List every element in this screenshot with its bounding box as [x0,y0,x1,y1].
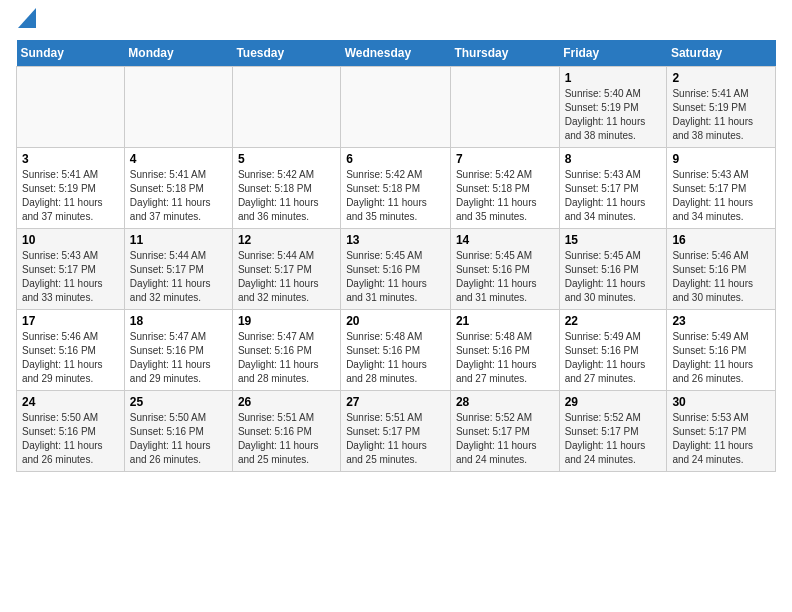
calendar-week-row: 10Sunrise: 5:43 AM Sunset: 5:17 PM Dayli… [17,229,776,310]
calendar-week-row: 3Sunrise: 5:41 AM Sunset: 5:19 PM Daylig… [17,148,776,229]
day-number: 18 [130,314,227,328]
day-info: Sunrise: 5:45 AM Sunset: 5:16 PM Dayligh… [346,249,445,305]
calendar-cell [17,67,125,148]
day-info: Sunrise: 5:44 AM Sunset: 5:17 PM Dayligh… [130,249,227,305]
header-row: SundayMondayTuesdayWednesdayThursdayFrid… [17,40,776,67]
calendar-cell: 23Sunrise: 5:49 AM Sunset: 5:16 PM Dayli… [667,310,776,391]
calendar-cell: 13Sunrise: 5:45 AM Sunset: 5:16 PM Dayli… [341,229,451,310]
day-number: 24 [22,395,119,409]
day-info: Sunrise: 5:51 AM Sunset: 5:17 PM Dayligh… [346,411,445,467]
day-number: 28 [456,395,554,409]
day-info: Sunrise: 5:45 AM Sunset: 5:16 PM Dayligh… [565,249,662,305]
day-number: 5 [238,152,335,166]
svg-marker-0 [18,8,36,28]
day-info: Sunrise: 5:49 AM Sunset: 5:16 PM Dayligh… [672,330,770,386]
calendar-cell: 10Sunrise: 5:43 AM Sunset: 5:17 PM Dayli… [17,229,125,310]
calendar-week-row: 24Sunrise: 5:50 AM Sunset: 5:16 PM Dayli… [17,391,776,472]
day-number: 3 [22,152,119,166]
day-number: 7 [456,152,554,166]
day-number: 26 [238,395,335,409]
day-info: Sunrise: 5:43 AM Sunset: 5:17 PM Dayligh… [672,168,770,224]
day-number: 15 [565,233,662,247]
calendar-cell: 2Sunrise: 5:41 AM Sunset: 5:19 PM Daylig… [667,67,776,148]
day-info: Sunrise: 5:50 AM Sunset: 5:16 PM Dayligh… [130,411,227,467]
day-info: Sunrise: 5:41 AM Sunset: 5:19 PM Dayligh… [672,87,770,143]
calendar-cell: 26Sunrise: 5:51 AM Sunset: 5:16 PM Dayli… [232,391,340,472]
day-number: 20 [346,314,445,328]
day-number: 21 [456,314,554,328]
calendar-cell: 25Sunrise: 5:50 AM Sunset: 5:16 PM Dayli… [124,391,232,472]
day-info: Sunrise: 5:43 AM Sunset: 5:17 PM Dayligh… [22,249,119,305]
day-info: Sunrise: 5:51 AM Sunset: 5:16 PM Dayligh… [238,411,335,467]
calendar-cell: 17Sunrise: 5:46 AM Sunset: 5:16 PM Dayli… [17,310,125,391]
day-number: 23 [672,314,770,328]
day-number: 9 [672,152,770,166]
calendar-header: SundayMondayTuesdayWednesdayThursdayFrid… [17,40,776,67]
day-info: Sunrise: 5:52 AM Sunset: 5:17 PM Dayligh… [565,411,662,467]
logo-text [16,16,36,28]
calendar-cell [124,67,232,148]
calendar-cell: 30Sunrise: 5:53 AM Sunset: 5:17 PM Dayli… [667,391,776,472]
day-number: 6 [346,152,445,166]
day-number: 17 [22,314,119,328]
day-info: Sunrise: 5:50 AM Sunset: 5:16 PM Dayligh… [22,411,119,467]
calendar-cell: 1Sunrise: 5:40 AM Sunset: 5:19 PM Daylig… [559,67,667,148]
day-number: 12 [238,233,335,247]
calendar-cell [341,67,451,148]
calendar-cell: 3Sunrise: 5:41 AM Sunset: 5:19 PM Daylig… [17,148,125,229]
day-info: Sunrise: 5:41 AM Sunset: 5:18 PM Dayligh… [130,168,227,224]
day-number: 22 [565,314,662,328]
calendar-cell [232,67,340,148]
calendar-table: SundayMondayTuesdayWednesdayThursdayFrid… [16,40,776,472]
day-number: 19 [238,314,335,328]
day-info: Sunrise: 5:40 AM Sunset: 5:19 PM Dayligh… [565,87,662,143]
day-info: Sunrise: 5:45 AM Sunset: 5:16 PM Dayligh… [456,249,554,305]
calendar-cell: 4Sunrise: 5:41 AM Sunset: 5:18 PM Daylig… [124,148,232,229]
calendar-cell: 12Sunrise: 5:44 AM Sunset: 5:17 PM Dayli… [232,229,340,310]
day-number: 8 [565,152,662,166]
calendar-cell [450,67,559,148]
day-info: Sunrise: 5:41 AM Sunset: 5:19 PM Dayligh… [22,168,119,224]
weekday-header-tuesday: Tuesday [232,40,340,67]
calendar-cell: 5Sunrise: 5:42 AM Sunset: 5:18 PM Daylig… [232,148,340,229]
day-number: 4 [130,152,227,166]
weekday-header-wednesday: Wednesday [341,40,451,67]
calendar-cell: 9Sunrise: 5:43 AM Sunset: 5:17 PM Daylig… [667,148,776,229]
day-info: Sunrise: 5:46 AM Sunset: 5:16 PM Dayligh… [22,330,119,386]
calendar-week-row: 17Sunrise: 5:46 AM Sunset: 5:16 PM Dayli… [17,310,776,391]
calendar-body: 1Sunrise: 5:40 AM Sunset: 5:19 PM Daylig… [17,67,776,472]
logo-arrow-icon [18,8,36,28]
calendar-cell: 14Sunrise: 5:45 AM Sunset: 5:16 PM Dayli… [450,229,559,310]
calendar-cell: 6Sunrise: 5:42 AM Sunset: 5:18 PM Daylig… [341,148,451,229]
day-number: 2 [672,71,770,85]
day-number: 14 [456,233,554,247]
day-number: 1 [565,71,662,85]
calendar-cell: 20Sunrise: 5:48 AM Sunset: 5:16 PM Dayli… [341,310,451,391]
day-info: Sunrise: 5:42 AM Sunset: 5:18 PM Dayligh… [238,168,335,224]
logo [16,16,36,28]
day-info: Sunrise: 5:43 AM Sunset: 5:17 PM Dayligh… [565,168,662,224]
calendar-week-row: 1Sunrise: 5:40 AM Sunset: 5:19 PM Daylig… [17,67,776,148]
day-info: Sunrise: 5:46 AM Sunset: 5:16 PM Dayligh… [672,249,770,305]
calendar-cell: 28Sunrise: 5:52 AM Sunset: 5:17 PM Dayli… [450,391,559,472]
calendar-cell: 16Sunrise: 5:46 AM Sunset: 5:16 PM Dayli… [667,229,776,310]
day-number: 11 [130,233,227,247]
weekday-header-friday: Friday [559,40,667,67]
day-number: 29 [565,395,662,409]
day-info: Sunrise: 5:47 AM Sunset: 5:16 PM Dayligh… [238,330,335,386]
calendar-cell: 11Sunrise: 5:44 AM Sunset: 5:17 PM Dayli… [124,229,232,310]
day-number: 10 [22,233,119,247]
weekday-header-monday: Monday [124,40,232,67]
calendar-cell: 27Sunrise: 5:51 AM Sunset: 5:17 PM Dayli… [341,391,451,472]
day-info: Sunrise: 5:49 AM Sunset: 5:16 PM Dayligh… [565,330,662,386]
day-info: Sunrise: 5:42 AM Sunset: 5:18 PM Dayligh… [346,168,445,224]
calendar-cell: 7Sunrise: 5:42 AM Sunset: 5:18 PM Daylig… [450,148,559,229]
page-header [16,16,776,28]
weekday-header-sunday: Sunday [17,40,125,67]
day-info: Sunrise: 5:48 AM Sunset: 5:16 PM Dayligh… [456,330,554,386]
day-number: 25 [130,395,227,409]
calendar-cell: 22Sunrise: 5:49 AM Sunset: 5:16 PM Dayli… [559,310,667,391]
calendar-cell: 15Sunrise: 5:45 AM Sunset: 5:16 PM Dayli… [559,229,667,310]
day-info: Sunrise: 5:53 AM Sunset: 5:17 PM Dayligh… [672,411,770,467]
calendar-cell: 18Sunrise: 5:47 AM Sunset: 5:16 PM Dayli… [124,310,232,391]
